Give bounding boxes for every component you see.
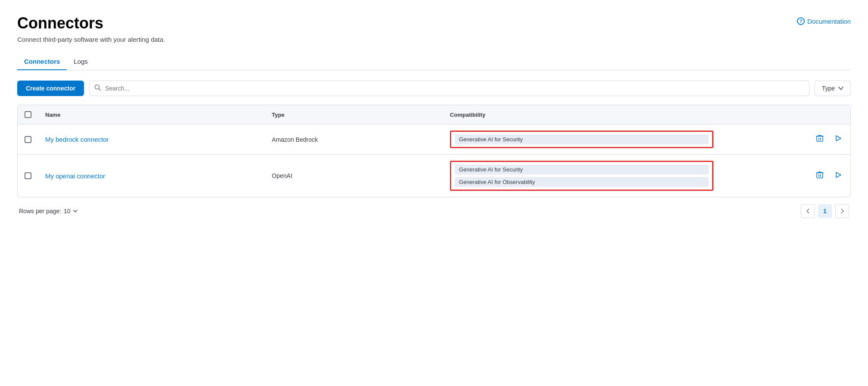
- tab-connectors[interactable]: Connectors: [17, 53, 67, 70]
- rows-per-page[interactable]: Rows per page: 10: [19, 208, 78, 215]
- search-input[interactable]: [89, 81, 809, 96]
- page-subtitle: Connect third-party software with your a…: [17, 36, 851, 43]
- search-icon: [94, 84, 101, 93]
- pagination: 1: [801, 204, 849, 218]
- search-wrapper: [89, 81, 809, 96]
- compatibility-badge: Generative AI for Security: [455, 134, 709, 144]
- svg-rect-3: [817, 173, 823, 178]
- svg-line-1: [99, 89, 101, 90]
- compatibility-cell: Generative AI for SecurityGenerative AI …: [443, 155, 720, 197]
- svg-rect-2: [817, 136, 823, 141]
- table-row: My openai connectorOpenAIGenerative AI f…: [18, 155, 850, 197]
- page-title: Connectors: [17, 14, 103, 32]
- rows-per-page-value: 10: [64, 208, 71, 215]
- table-footer: Rows per page: 10 1: [17, 204, 851, 218]
- run-icon[interactable]: [832, 169, 843, 183]
- page-number-1[interactable]: 1: [818, 204, 832, 218]
- connector-type: Amazon Bedrock: [265, 125, 443, 155]
- prev-page-button[interactable]: [801, 204, 815, 218]
- type-filter-button[interactable]: Type: [815, 81, 851, 96]
- connector-name-link[interactable]: My bedrock connector: [45, 136, 109, 143]
- delete-icon[interactable]: [814, 133, 825, 146]
- tab-logs[interactable]: Logs: [67, 53, 95, 70]
- documentation-label: Documentation: [807, 18, 851, 25]
- tab-bar: Connectors Logs: [17, 53, 851, 70]
- run-icon[interactable]: [832, 133, 843, 146]
- col-header-name: Name: [38, 105, 265, 125]
- row-checkbox-1[interactable]: [25, 172, 31, 179]
- col-header-actions: [720, 105, 850, 125]
- create-connector-button[interactable]: Create connector: [17, 81, 84, 96]
- col-header-type: Type: [265, 105, 443, 125]
- table-header-row: Name Type Compatibility: [18, 105, 850, 125]
- compatibility-badge: Generative AI for Observability: [455, 177, 709, 187]
- documentation-link[interactable]: ? Documentation: [797, 17, 851, 25]
- compatibility-badge: Generative AI for Security: [455, 165, 709, 174]
- delete-icon[interactable]: [814, 169, 825, 183]
- table-row: My bedrock connectorAmazon BedrockGenera…: [18, 125, 850, 155]
- documentation-icon: ?: [797, 17, 805, 25]
- page-header: Connectors ? Documentation: [17, 14, 851, 32]
- toolbar: Create connector Type: [17, 81, 851, 96]
- rows-per-page-label: Rows per page:: [19, 208, 61, 215]
- connectors-table: Name Type Compatibility My bedrock conne…: [17, 105, 851, 197]
- select-all-header: [18, 105, 38, 125]
- next-page-button[interactable]: [835, 204, 849, 218]
- row-checkbox-0[interactable]: [25, 136, 31, 143]
- connector-type: OpenAI: [265, 155, 443, 197]
- compatibility-highlight-box: Generative AI for Security: [450, 131, 713, 148]
- select-all-checkbox[interactable]: [25, 111, 31, 118]
- compatibility-highlight-box: Generative AI for SecurityGenerative AI …: [450, 161, 713, 191]
- connector-name-link[interactable]: My openai connector: [45, 172, 105, 180]
- col-header-compatibility: Compatibility: [443, 105, 720, 125]
- compatibility-cell: Generative AI for Security: [443, 125, 720, 155]
